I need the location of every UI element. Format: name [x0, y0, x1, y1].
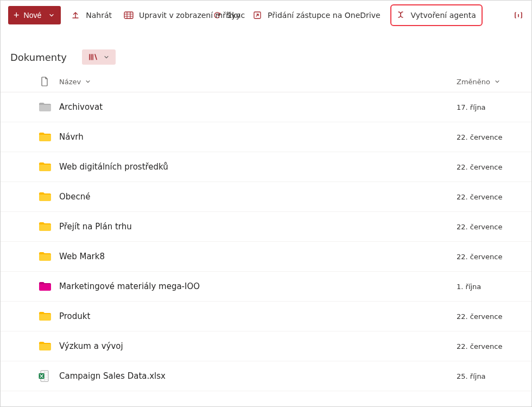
toolbar: + Nové Nahrát Upravit v zobrazení mřížky… [1, 1, 531, 30]
item-modified: 17. října [457, 103, 522, 111]
item-name[interactable]: Návrh [59, 132, 457, 142]
item-name[interactable]: Výzkum a vývoj [59, 341, 457, 351]
list-item[interactable]: Web Mark8 22. července [1, 242, 531, 272]
item-name[interactable]: Web Mark8 [59, 252, 457, 261]
shortcut-icon [252, 10, 262, 20]
create-agent-button[interactable]: Vytvoření agenta [396, 6, 476, 24]
list-item[interactable]: Obecné 22. července [1, 182, 531, 212]
upload-icon [71, 10, 80, 20]
new-button[interactable]: + Nové [8, 6, 61, 24]
folder-icon [10, 341, 59, 352]
list-item[interactable]: Produkt 22. července [1, 302, 531, 331]
item-modified: 1. října [457, 283, 522, 291]
list-item[interactable]: Návrh 22. července [1, 122, 531, 152]
column-name-label: Název [59, 78, 81, 86]
view-selector[interactable] [82, 49, 116, 65]
column-name[interactable]: Název [59, 78, 457, 86]
chevron-down-icon [104, 54, 109, 60]
column-type-icon[interactable] [10, 77, 59, 86]
item-modified: 22. července [457, 133, 522, 141]
item-name[interactable]: Přejít na Plán trhu [59, 222, 457, 231]
folder-icon [10, 221, 59, 232]
edit-grid-label: Upravit v zobrazení mřížky [139, 11, 240, 20]
column-modified-label: Změněno [457, 78, 490, 86]
excel-icon [10, 370, 59, 382]
upload-button[interactable]: Nahrát [68, 6, 114, 24]
create-agent-highlight: Vytvoření agenta [390, 4, 483, 26]
plus-icon: + [14, 10, 20, 20]
item-modified: 22. července [457, 312, 522, 321]
folder-icon [10, 102, 59, 112]
folder-icon [10, 132, 59, 142]
chevron-down-icon [49, 12, 54, 18]
chevron-down-icon [85, 79, 91, 84]
folder-icon [10, 191, 59, 202]
library-header: Dokumenty [1, 30, 531, 69]
copilot-icon [396, 10, 406, 20]
list-item[interactable]: Výzkum a vývoj 22. července [1, 331, 531, 361]
item-name[interactable]: Web digitálních prostředků [59, 162, 457, 172]
create-agent-label: Vytvoření agenta [411, 11, 476, 20]
new-button-label: Nové [24, 11, 42, 20]
folder-icon [10, 311, 59, 322]
books-icon [88, 53, 98, 61]
add-shortcut-button[interactable]: Přidání zástupce na OneDrive [250, 6, 382, 24]
list-item[interactable]: Marketingové materiály mega-IOO 1. října [1, 272, 531, 302]
immersive-reader-icon[interactable] [513, 10, 524, 21]
item-modified: 22. července [457, 163, 522, 171]
list-item[interactable]: Archivovat 17. října [1, 92, 531, 122]
library-title: Dokumenty [10, 52, 67, 63]
list-item[interactable]: Web digitálních prostředků 22. července [1, 152, 531, 182]
folder-icon [10, 161, 59, 172]
folder-icon [10, 281, 59, 292]
item-name[interactable]: Archivovat [59, 102, 457, 112]
add-shortcut-label: Přidání zástupce na OneDrive [268, 11, 380, 20]
item-modified: 22. července [457, 223, 522, 231]
item-modified: 22. července [457, 253, 522, 261]
item-name[interactable]: Obecné [59, 192, 457, 202]
edit-grid-button[interactable]: Upravit v zobrazení mřížky Sync [122, 6, 243, 24]
grid-icon [124, 10, 134, 20]
list-item[interactable]: Přejít na Plán trhu 22. července [1, 212, 531, 242]
column-header: Název Změněno [1, 69, 531, 92]
svg-rect-0 [124, 12, 133, 18]
item-modified: 22. července [457, 193, 522, 201]
item-modified: 25. října [457, 372, 522, 380]
item-modified: 22. července [457, 342, 522, 350]
folder-icon [10, 251, 59, 262]
column-modified[interactable]: Změněno [457, 78, 522, 86]
item-name[interactable]: Campaign Sales Data.xlsx [59, 371, 457, 381]
item-name[interactable]: Marketingové materiály mega-IOO [59, 281, 457, 291]
item-name[interactable]: Produkt [59, 311, 457, 321]
chevron-down-icon [495, 79, 500, 84]
upload-label: Nahrát [86, 11, 112, 20]
list-item[interactable]: Campaign Sales Data.xlsx 25. října [1, 361, 531, 391]
file-list: Archivovat 17. října Návrh 22. července … [1, 92, 531, 391]
